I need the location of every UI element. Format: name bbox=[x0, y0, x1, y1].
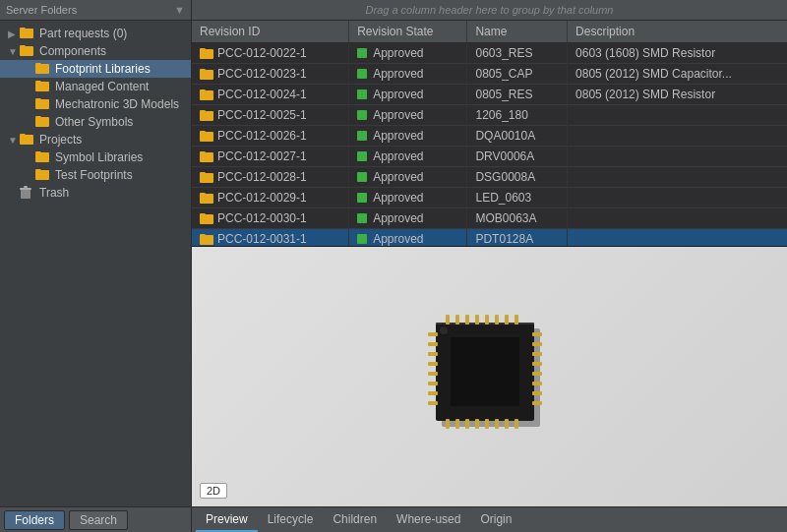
cell-description bbox=[568, 126, 787, 147]
preview-area: 2D bbox=[192, 247, 787, 506]
sidebar-label-mechatronic-3d: Mechatronic 3D Models bbox=[55, 97, 179, 111]
state-label: Approved bbox=[373, 232, 423, 246]
svg-rect-16 bbox=[455, 419, 459, 429]
cell-revision-id: PCC-012-0028-1 bbox=[192, 167, 349, 188]
state-label: Approved bbox=[373, 129, 423, 143]
row-folder-icon bbox=[200, 171, 213, 183]
tab-lifecycle[interactable]: Lifecycle bbox=[258, 508, 324, 532]
svg-rect-21 bbox=[505, 419, 509, 429]
svg-rect-32 bbox=[532, 342, 542, 346]
table-row[interactable]: PCC-012-0026-1 Approved DQA0010A bbox=[192, 126, 787, 147]
search-button[interactable]: Search bbox=[69, 510, 128, 530]
sidebar-footer: Folders Search bbox=[0, 506, 191, 532]
sidebar-item-components[interactable]: ▼ Components bbox=[0, 42, 191, 60]
sidebar-item-managed-content[interactable]: Managed Content bbox=[0, 78, 191, 95]
cell-state: Approved bbox=[349, 85, 467, 105]
icon-folder-open bbox=[20, 44, 35, 58]
tab-where-used[interactable]: Where-used bbox=[387, 508, 470, 532]
svg-rect-8 bbox=[455, 315, 459, 325]
table-row[interactable]: PCC-012-0024-1 Approved 0805_RES 0805 (2… bbox=[192, 85, 787, 105]
tab-origin[interactable]: Origin bbox=[470, 508, 521, 532]
sidebar-collapse-icon[interactable]: ▼ bbox=[174, 4, 185, 16]
row-folder-icon bbox=[200, 89, 213, 100]
sidebar-item-trash[interactable]: Trash bbox=[0, 184, 191, 202]
folder-icon bbox=[20, 133, 33, 145]
cell-name: 0603_RES bbox=[467, 43, 568, 64]
tab-preview[interactable]: Preview bbox=[196, 508, 258, 532]
sidebar-label-test-footprints: Test Footprints bbox=[55, 168, 133, 182]
folders-button[interactable]: Folders bbox=[4, 510, 65, 530]
cell-state: Approved bbox=[349, 208, 467, 229]
col-revision-state[interactable]: Revision State bbox=[349, 21, 467, 43]
sidebar-item-footprint-libraries[interactable]: Footprint Libraries bbox=[0, 60, 191, 78]
table-row[interactable]: PCC-012-0028-1 Approved DSG0008A bbox=[192, 167, 787, 188]
state-label: Approved bbox=[373, 149, 423, 163]
sidebar-header: Server Folders ▼ bbox=[0, 0, 191, 21]
revisions-table: Revision ID Revision State Name Descript… bbox=[192, 21, 787, 247]
cell-name: PDT0128A bbox=[467, 229, 568, 248]
row-folder-icon bbox=[200, 68, 213, 80]
col-revision-id[interactable]: Revision ID bbox=[192, 21, 349, 43]
sidebar-item-projects[interactable]: ▼ Projects bbox=[0, 131, 191, 148]
cell-description bbox=[568, 188, 787, 208]
sidebar-label-projects: Projects bbox=[39, 133, 82, 147]
cell-revision-id: PCC-012-0022-1 bbox=[192, 43, 349, 64]
icon-folder bbox=[35, 80, 51, 93]
state-dot-icon bbox=[357, 131, 367, 141]
cell-revision-id: PCC-012-0029-1 bbox=[192, 188, 349, 208]
row-folder-icon bbox=[200, 192, 213, 204]
cell-name: DQA0010A bbox=[467, 126, 568, 147]
svg-rect-20 bbox=[495, 419, 499, 429]
tab-children[interactable]: Children bbox=[323, 508, 387, 532]
table-row[interactable]: PCC-012-0027-1 Approved DRV0006A bbox=[192, 147, 787, 167]
icon-trash bbox=[20, 186, 35, 200]
folder-icon bbox=[35, 80, 49, 91]
svg-rect-29 bbox=[428, 391, 438, 395]
col-name[interactable]: Name bbox=[467, 21, 568, 43]
svg-rect-26 bbox=[428, 362, 438, 366]
sidebar-item-mechatronic-3d[interactable]: Mechatronic 3D Models bbox=[0, 95, 191, 113]
state-dot-icon bbox=[357, 172, 367, 182]
svg-rect-34 bbox=[532, 362, 542, 366]
state-label: Approved bbox=[373, 67, 423, 81]
row-folder-icon bbox=[200, 233, 213, 245]
svg-rect-33 bbox=[532, 352, 542, 356]
table-row[interactable]: PCC-012-0029-1 Approved LED_0603 bbox=[192, 188, 787, 208]
svg-rect-9 bbox=[465, 315, 469, 325]
table-row[interactable]: PCC-012-0031-1 Approved PDT0128A bbox=[192, 229, 787, 248]
cell-name: 0805_RES bbox=[467, 85, 568, 105]
svg-rect-7 bbox=[446, 315, 450, 325]
preview-content bbox=[192, 247, 787, 506]
cell-description bbox=[568, 208, 787, 229]
ic-chip-preview bbox=[392, 288, 588, 465]
cell-description: 0603 (1608) SMD Resistor bbox=[568, 43, 787, 64]
svg-rect-36 bbox=[532, 382, 542, 385]
svg-rect-15 bbox=[446, 419, 450, 429]
sidebar-label-other-symbols: Other Symbols bbox=[55, 115, 133, 129]
sidebar-item-test-footprints[interactable]: Test Footprints bbox=[0, 166, 191, 184]
table-header-row: Revision ID Revision State Name Descript… bbox=[192, 21, 787, 43]
sidebar-item-part-requests[interactable]: ▶ Part requests (0) bbox=[0, 25, 191, 42]
svg-rect-23 bbox=[428, 332, 438, 336]
icon-folder bbox=[35, 168, 51, 182]
col-description[interactable]: Description bbox=[568, 21, 787, 43]
table-row[interactable]: PCC-012-0025-1 Approved 1206_180 bbox=[192, 105, 787, 126]
svg-rect-0 bbox=[21, 189, 30, 199]
table-row[interactable]: PCC-012-0022-1 Approved 0603_RES 0603 (1… bbox=[192, 43, 787, 64]
state-dot-icon bbox=[357, 89, 367, 99]
state-dot-icon bbox=[357, 234, 367, 244]
cell-revision-id: PCC-012-0024-1 bbox=[192, 85, 349, 105]
arrow-icon: ▼ bbox=[8, 46, 20, 57]
view-badge-2d[interactable]: 2D bbox=[200, 483, 227, 499]
cell-description bbox=[568, 147, 787, 167]
sidebar-item-other-symbols[interactable]: Other Symbols bbox=[0, 113, 191, 131]
row-folder-icon bbox=[200, 109, 213, 121]
sidebar-item-symbol-libraries[interactable]: Symbol Libraries bbox=[0, 148, 191, 166]
folder-icon bbox=[20, 44, 33, 56]
group-by-header: Drag a column header here to group by th… bbox=[192, 0, 787, 21]
table-row[interactable]: PCC-012-0023-1 Approved 0805_CAP 0805 (2… bbox=[192, 64, 787, 85]
cell-name: LED_0603 bbox=[467, 188, 568, 208]
cell-description bbox=[568, 105, 787, 126]
cell-name: DRV0006A bbox=[467, 147, 568, 167]
table-row[interactable]: PCC-012-0030-1 Approved MOB0063A bbox=[192, 208, 787, 229]
